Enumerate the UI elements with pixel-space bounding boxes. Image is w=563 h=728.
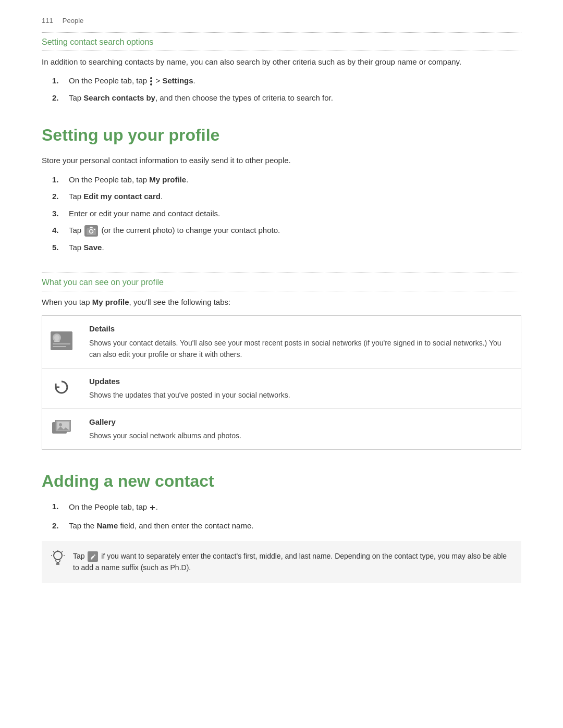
page-number: 111	[42, 17, 53, 24]
search-step-1: 1. On the People tab, tap > Settings.	[52, 75, 521, 87]
adding-step-1: 1. On the People tab, tap +.	[52, 501, 521, 515]
step-num: 2.	[52, 92, 64, 104]
tip-text: Tap if you want to separately enter the …	[73, 552, 507, 572]
profile-subsection: What you can see on your profile	[42, 273, 521, 291]
step-text: Tap Save.	[69, 242, 104, 254]
tab-row-updates: Updates Shows the updates that you've po…	[42, 368, 521, 409]
top-divider	[42, 32, 521, 33]
profile-step-5: 5. Tap Save.	[52, 242, 521, 254]
adding-step-2: 2. Tap the Name field, and then enter th…	[52, 520, 521, 532]
step-text: On the People tab, tap +.	[69, 501, 158, 515]
tab-icon-cell	[42, 368, 81, 409]
details-icon	[51, 331, 72, 350]
step-text: Tap Search contacts by, and then choose …	[69, 92, 333, 104]
step-num: 2.	[52, 191, 64, 203]
tab-details-label: Details	[89, 323, 512, 335]
svg-rect-5	[53, 343, 70, 344]
page-header: 111 People	[42, 16, 521, 26]
step-text: Tap the Name field, and then enter the c…	[69, 520, 253, 532]
tab-details-content: Details Shows your contact details. You'…	[81, 316, 521, 368]
svg-rect-2	[94, 229, 95, 230]
tab-gallery-label: Gallery	[89, 416, 512, 428]
profile-sub-divider-top	[42, 273, 521, 273]
tip-box: Tap if you want to separately enter the …	[42, 541, 521, 583]
search-section-title: Setting contact search options	[42, 36, 521, 48]
profile-sub-divider-bottom	[42, 291, 521, 291]
step-text: On the People tab, tap > Settings.	[69, 75, 195, 87]
profile-tabs-table: Details Shows your contact details. You'…	[42, 315, 521, 450]
svg-point-12	[59, 423, 62, 426]
tab-updates-content: Updates Shows the updates that you've po…	[81, 368, 521, 409]
step-text: On the People tab, tap My profile.	[69, 174, 188, 186]
settings-bold: Settings	[162, 76, 193, 85]
svg-point-7	[54, 335, 59, 340]
step-text: Tap (or the current photo) to change you…	[69, 225, 280, 237]
svg-point-13	[54, 551, 62, 560]
search-title-divider	[42, 51, 521, 51]
search-intro: In addition to searching contacts by nam…	[42, 56, 521, 68]
tab-updates-desc: Shows the updates that you've posted in …	[89, 391, 290, 399]
tab-gallery-content: Gallery Shows your social network albums…	[81, 409, 521, 449]
tab-icon-cell	[42, 409, 81, 449]
updates-icon	[54, 379, 69, 395]
profile-step-2: 2. Tap Edit my contact card.	[52, 191, 521, 203]
menu-dots-icon	[150, 77, 152, 85]
profile-sub-intro: When you tap My profile, you'll see the …	[42, 297, 521, 309]
tab-icon-cell	[42, 316, 81, 368]
my-profile-bold: My profile	[149, 175, 186, 184]
profile-step-1: 1. On the People tab, tap My profile.	[52, 174, 521, 186]
name-field-bold: Name	[96, 521, 118, 530]
camera-icon	[84, 225, 98, 237]
step-num: 4.	[52, 225, 64, 237]
save-bold: Save	[83, 243, 102, 252]
svg-rect-3	[51, 331, 72, 350]
tab-details-desc: Shows your contact details. You'll also …	[89, 339, 501, 359]
tab-row-details: Details Shows your contact details. You'…	[42, 316, 521, 368]
tab-row-gallery: Gallery Shows your social network albums…	[42, 409, 521, 449]
tab-gallery-desc: Shows your social network albums and pho…	[89, 431, 241, 440]
svg-rect-6	[53, 346, 66, 347]
step-num: 1.	[52, 174, 64, 186]
adding-steps-list: 1. On the People tab, tap +. 2. Tap the …	[42, 501, 521, 532]
step-text: Enter or edit your name and contact deta…	[69, 208, 220, 220]
adding-section-title: Adding a new contact	[42, 468, 521, 493]
step-num: 1.	[52, 75, 64, 87]
bulb-icon	[50, 549, 66, 565]
step-num: 3.	[52, 208, 64, 220]
tab-updates-label: Updates	[89, 376, 512, 388]
step-text: Tap Edit my contact card.	[69, 191, 163, 203]
step-num: 2.	[52, 520, 64, 532]
profile-intro: Store your personal contact information …	[42, 155, 521, 167]
search-steps-list: 1. On the People tab, tap > Settings. 2.…	[42, 75, 521, 104]
my-profile-bold2: My profile	[92, 298, 129, 306]
step-num: 1.	[52, 501, 64, 513]
search-step-2: 2. Tap Search contacts by, and then choo…	[52, 92, 521, 104]
edit-card-bold: Edit my contact card	[83, 192, 161, 201]
edit-icon	[88, 551, 98, 562]
profile-steps-list: 1. On the People tab, tap My profile. 2.…	[42, 174, 521, 254]
svg-line-17	[62, 551, 63, 552]
search-contacts-bold: Search contacts by	[83, 93, 155, 102]
profile-section-title: Setting up your profile	[42, 122, 521, 147]
profile-step-3: 3. Enter or edit your name and contact d…	[52, 208, 521, 220]
profile-step-4: 4. Tap (or the current photo) to change …	[52, 225, 521, 237]
gallery-icon	[52, 420, 71, 436]
step-num: 5.	[52, 242, 64, 254]
section-name: People	[63, 17, 83, 24]
profile-sub-title: What you can see on your profile	[42, 276, 521, 289]
svg-line-19	[53, 551, 54, 552]
plus-icon: +	[150, 501, 155, 515]
